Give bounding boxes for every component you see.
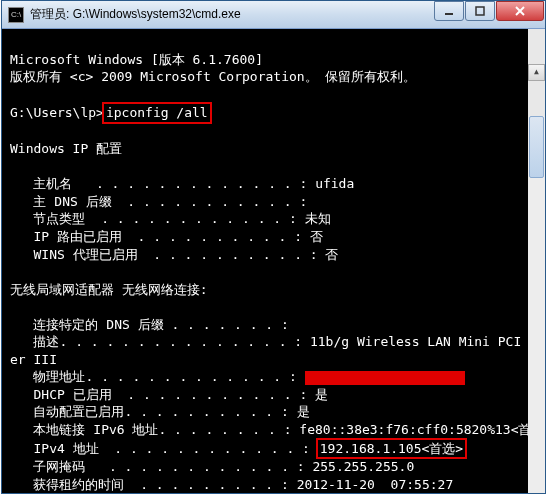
hostname-label: 主机名: [33, 176, 72, 191]
scroll-up-button[interactable]: ▲: [528, 64, 545, 81]
prompt: G:\Users\lp>: [10, 105, 104, 120]
section-title: Windows IP 配置: [10, 141, 122, 156]
hostname-value: ufida: [315, 176, 354, 191]
lease-obt-value: 2012-11-20 07:55:27: [297, 477, 454, 492]
ip-routing-label: IP 路由已启用: [33, 229, 121, 244]
command-text: ipconfig /all: [106, 105, 208, 120]
maximize-button[interactable]: [465, 1, 495, 21]
ip-routing-value: 否: [310, 229, 323, 244]
adapter-title: 无线局域网适配器 无线网络连接:: [10, 282, 208, 297]
scroll-thumb[interactable]: [529, 116, 544, 178]
lease-obt-label: 获得租约的时间: [33, 477, 124, 492]
dns-suffix-label: 主 DNS 后缀: [33, 194, 111, 209]
node-type-value: 未知: [305, 211, 331, 226]
window-title: 管理员: G:\Windows\system32\cmd.exe: [30, 6, 241, 23]
vertical-scrollbar[interactable]: ▲ ▼: [528, 29, 545, 493]
node-type-label: 节点类型: [33, 211, 85, 226]
cmd-window: C:\ 管理员: G:\Windows\system32\cmd.exe Mic…: [1, 0, 546, 494]
titlebar[interactable]: C:\ 管理员: G:\Windows\system32\cmd.exe: [2, 1, 545, 29]
physaddr-redacted: [305, 371, 465, 385]
desc-label: 描述: [33, 334, 59, 349]
close-button[interactable]: [496, 1, 544, 21]
command-highlight: ipconfig /all: [102, 102, 212, 124]
ipv6-link-label: 本地链接 IPv6 地址: [33, 422, 158, 437]
autoconf-label: 自动配置已启用: [33, 404, 124, 419]
ipv4-label: IPv4 地址: [33, 441, 98, 456]
copyright-line: 版权所有 <c> 2009 Microsoft Corporation。 保留所…: [10, 69, 416, 84]
scroll-track[interactable]: [528, 116, 545, 493]
console-output: Microsoft Windows [版本 6.1.7600] 版权所有 <c>…: [2, 29, 545, 493]
subnet-value: 255.255.255.0: [312, 459, 414, 474]
window-controls: [434, 1, 545, 21]
autoconf-value: 是: [297, 404, 310, 419]
header-line: Microsoft Windows [版本 6.1.7600]: [10, 52, 263, 67]
subnet-label: 子网掩码: [33, 459, 85, 474]
minimize-button[interactable]: [434, 1, 464, 21]
desc-wrap: er III: [10, 352, 57, 367]
wins-proxy-value: 否: [325, 247, 338, 262]
svg-rect-1: [476, 7, 484, 15]
cmd-icon: C:\: [8, 7, 24, 23]
ipv6-link-value: fe80::38e3:f76:cff0:5820%13<首: [299, 422, 531, 437]
physaddr-label: 物理地址: [33, 369, 85, 384]
desc-value: 11b/g Wireless LAN Mini PCI Ex: [310, 334, 545, 349]
wins-proxy-label: WINS 代理已启用: [33, 247, 137, 262]
ipv4-value: 192.168.1.105<首选>: [320, 441, 463, 456]
conn-dns-label: 连接特定的 DNS 后缀: [33, 317, 163, 332]
dhcp-enabled-label: DHCP 已启用: [33, 387, 111, 402]
ipv4-highlight: 192.168.1.105<首选>: [316, 438, 467, 460]
dhcp-enabled-value: 是: [315, 387, 328, 402]
